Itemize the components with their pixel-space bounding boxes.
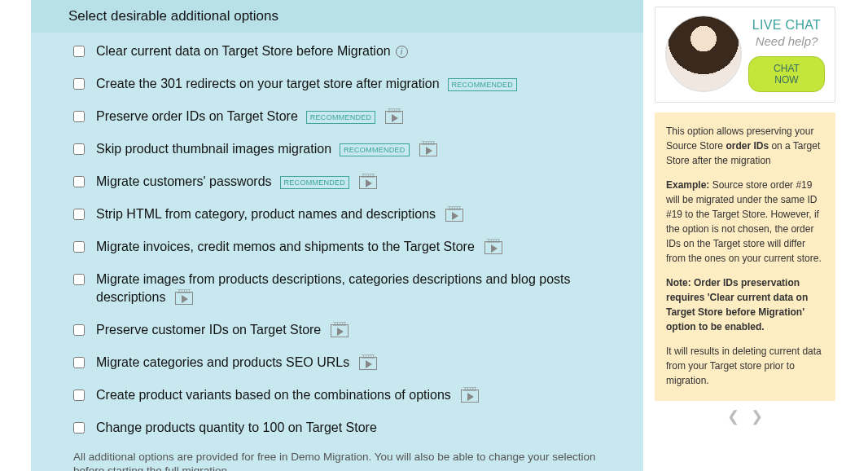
tip-paragraph-4: It will results in deleting current data…	[666, 344, 824, 388]
video-icon[interactable]	[331, 324, 349, 337]
avatar	[665, 15, 742, 92]
option-label-orderids: Preserve order IDs on Target StoreRECOMM…	[96, 108, 403, 125]
option-checkbox-qty100[interactable]	[73, 422, 85, 434]
video-icon[interactable]	[445, 209, 463, 222]
panel-header: Select desirable additional options	[31, 0, 643, 33]
video-icon[interactable]	[461, 390, 479, 403]
option-checkbox-descimgs[interactable]	[73, 274, 85, 285]
options-footnote: All additional options are provided for …	[31, 450, 633, 471]
option-label-variants: Create product variants based on the com…	[96, 386, 479, 404]
option-checkbox-seourls[interactable]	[73, 357, 85, 368]
option-checkbox-orderids[interactable]	[73, 111, 85, 122]
option-label-descimgs: Migrate images from products description…	[96, 271, 601, 306]
tip-card: This option allows preserving your Sourc…	[655, 112, 835, 401]
video-icon[interactable]	[419, 143, 437, 156]
option-label-seourls: Migrate categories and products SEO URLs	[96, 354, 377, 372]
option-label-striphtml: Strip HTML from category, product names …	[96, 205, 463, 223]
option-label-invoices: Migrate invoices, credit memos and shipm…	[96, 238, 502, 256]
option-checkbox-custids[interactable]	[73, 324, 85, 336]
option-row-seourls: Migrate categories and products SEO URLs	[73, 354, 643, 372]
option-checkbox-striphtml[interactable]	[73, 209, 85, 220]
options-list: Clear current data on Target Store befor…	[31, 33, 643, 450]
option-row-orderids: Preserve order IDs on Target StoreRECOMM…	[73, 108, 643, 125]
option-row-striphtml: Strip HTML from category, product names …	[73, 205, 643, 223]
option-checkbox-passwords[interactable]	[73, 176, 85, 187]
tip-nav: ❮ ❯	[655, 407, 835, 425]
option-checkbox-variants[interactable]	[73, 390, 85, 401]
option-row-redirects: Create the 301 redirects on your target …	[73, 75, 643, 93]
option-label-clear: Clear current data on Target Store befor…	[96, 42, 408, 60]
tip-paragraph-2: Example: Source store order #19 will be …	[666, 178, 824, 266]
video-icon[interactable]	[484, 241, 502, 254]
additional-options-panel: Select desirable additional options Clea…	[31, 0, 643, 471]
tip-prev-icon[interactable]: ❮	[724, 408, 743, 425]
recommended-badge: RECOMMENDED	[340, 143, 409, 156]
tip-next-icon[interactable]: ❯	[747, 408, 766, 425]
option-label-custids: Preserve customer IDs on Target Store	[96, 321, 349, 339]
live-chat-card: LIVE CHAT Need help? CHAT NOW	[655, 7, 835, 103]
option-row-variants: Create product variants based on the com…	[73, 386, 643, 404]
option-checkbox-invoices[interactable]	[73, 241, 85, 253]
option-checkbox-clear[interactable]	[73, 46, 85, 57]
chat-now-button[interactable]: CHAT NOW	[748, 56, 825, 92]
recommended-badge: RECOMMENDED	[448, 78, 517, 91]
option-row-qty100: Change products quantity to 100 on Targe…	[73, 419, 643, 437]
tip-paragraph-3: Note: Order IDs preservation requires 'C…	[666, 275, 824, 334]
option-row-invoices: Migrate invoices, credit memos and shipm…	[73, 238, 643, 256]
video-icon[interactable]	[175, 292, 193, 305]
recommended-badge: RECOMMENDED	[306, 111, 375, 124]
video-icon[interactable]	[359, 357, 377, 370]
option-checkbox-redirects[interactable]	[73, 78, 85, 90]
option-row-descimgs: Migrate images from products description…	[73, 271, 643, 306]
option-row-skipthumb: Skip product thumbnail images migrationR…	[73, 140, 643, 158]
option-checkbox-skipthumb[interactable]	[73, 143, 85, 155]
video-icon[interactable]	[385, 111, 403, 124]
chat-title: LIVE CHAT	[748, 18, 825, 33]
video-icon[interactable]	[359, 176, 377, 189]
tip-paragraph-1: This option allows preserving your Sourc…	[666, 124, 824, 168]
recommended-badge: RECOMMENDED	[280, 176, 349, 189]
chat-subtitle: Need help?	[748, 34, 825, 48]
option-row-clear: Clear current data on Target Store befor…	[73, 42, 643, 60]
option-label-redirects: Create the 301 redirects on your target …	[96, 75, 517, 93]
option-label-passwords: Migrate customers' passwordsRECOMMENDED	[96, 173, 377, 191]
option-row-passwords: Migrate customers' passwordsRECOMMENDED	[73, 173, 643, 191]
option-row-custids: Preserve customer IDs on Target Store	[73, 321, 643, 339]
option-label-qty100: Change products quantity to 100 on Targe…	[96, 419, 377, 437]
info-icon[interactable]: i	[396, 46, 408, 58]
option-label-skipthumb: Skip product thumbnail images migrationR…	[96, 140, 437, 158]
